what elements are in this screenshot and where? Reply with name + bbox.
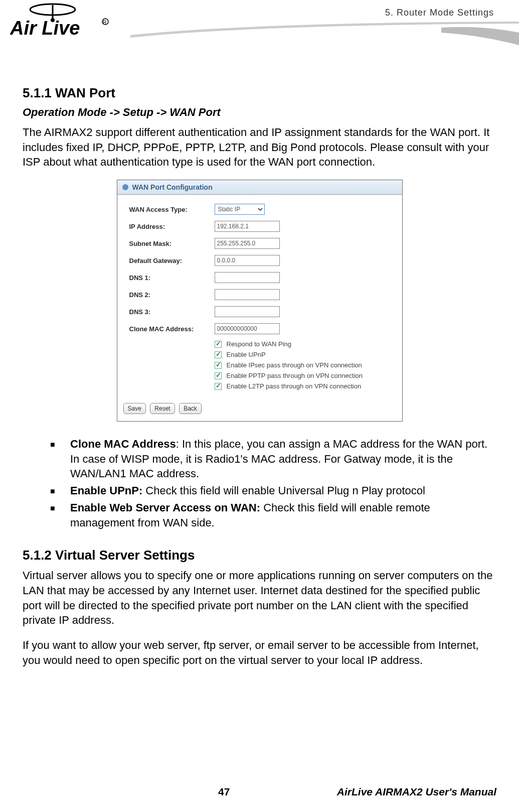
checkbox-ipsec[interactable] (215, 362, 222, 369)
wan-config-screenshot: WAN Port Configuration WAN Access Type: … (117, 180, 403, 422)
label-dns1: DNS 1: (129, 274, 215, 282)
bullet-list: ■ Clone MAC Address: In this place, you … (23, 437, 496, 530)
header-swoosh (0, 18, 519, 48)
label-ping: Respond to WAN Ping (227, 340, 292, 348)
intro-paragraph: The AIRMAX2 support different authentica… (23, 125, 496, 170)
select-wan-type[interactable]: Static IP (215, 204, 265, 215)
page-header: Air Live R 5. Router Mode Settings (0, 0, 519, 65)
page-number: 47 (218, 786, 230, 798)
breadcrumb: Operation Mode -> Setup -> WAN Port (23, 106, 496, 119)
page-content: 5.1.1 WAN Port Operation Mode -> Setup -… (0, 65, 519, 667)
reset-button[interactable]: Reset (150, 403, 175, 414)
label-clone-mac: Clone MAC Address: (129, 325, 215, 333)
manual-name: AirLive AIRMAX2 User's Manual (337, 786, 496, 798)
virtual-para2: If you want to allow your web server, ft… (23, 638, 496, 667)
checkbox-ping[interactable] (215, 341, 222, 348)
chapter-label: 5. Router Mode Settings (385, 8, 494, 18)
checkbox-pptp[interactable] (215, 372, 222, 379)
input-dns2[interactable] (215, 289, 280, 300)
input-gateway[interactable] (215, 255, 280, 266)
section-title-virtual: 5.1.2 Virtual Server Settings (23, 548, 496, 563)
bullet-icon (122, 184, 128, 190)
virtual-para1: Virtual server allows you to specify one… (23, 568, 496, 628)
label-wan-type: WAN Access Type: (129, 206, 215, 213)
back-button[interactable]: Back (179, 403, 202, 414)
page-footer: 47 AirLive AIRMAX2 User's Manual (0, 786, 519, 798)
bullet-webserver: ■ Enable Web Server Access on WAN: Check… (50, 500, 496, 530)
label-gateway: Default Gateway: (129, 257, 215, 264)
input-subnet[interactable] (215, 238, 280, 249)
label-dns3: DNS 3: (129, 308, 215, 316)
label-pptp: Enable PPTP pass through on VPN connecti… (227, 372, 363, 379)
input-clone-mac[interactable] (215, 323, 280, 334)
config-panel-title: WAN Port Configuration (132, 183, 213, 191)
section-title-wan: 5.1.1 WAN Port (23, 85, 496, 101)
bullet-upnp: ■ Enable UPnP: Check this field will ena… (50, 483, 496, 498)
save-button[interactable]: Save (123, 403, 146, 414)
bullet-clone-mac: ■ Clone MAC Address: In this place, you … (50, 437, 496, 481)
square-bullet-icon: ■ (50, 483, 70, 498)
input-dns1[interactable] (215, 272, 280, 283)
checkbox-l2tp[interactable] (215, 383, 222, 390)
input-ip[interactable] (215, 221, 280, 232)
config-panel-header: WAN Port Configuration (117, 180, 402, 195)
input-dns3[interactable] (215, 306, 280, 317)
label-ipsec: Enable IPsec pass through on VPN connect… (227, 361, 362, 369)
label-l2tp: Enable L2TP pass through on VPN connecti… (227, 382, 362, 390)
label-dns2: DNS 2: (129, 291, 215, 299)
square-bullet-icon: ■ (50, 500, 70, 530)
label-ip: IP Address: (129, 223, 215, 230)
checkbox-upnp[interactable] (215, 351, 222, 358)
label-subnet: Subnet Mask: (129, 240, 215, 247)
label-upnp: Enable UPnP (227, 351, 266, 358)
square-bullet-icon: ■ (50, 437, 70, 481)
